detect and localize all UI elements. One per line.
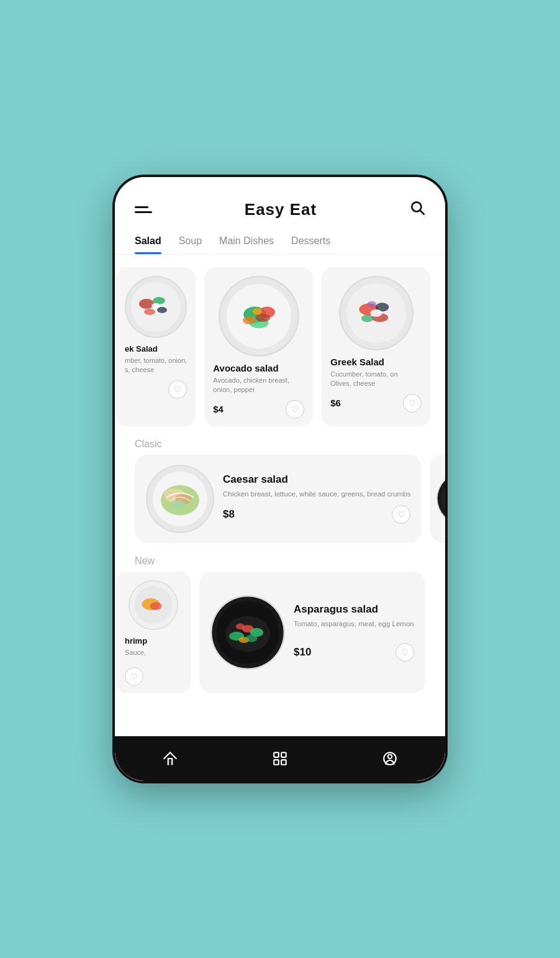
list-item[interactable]: Greek Salad Cucumber, tomato, onOlives, … [322, 267, 430, 426]
dish-desc: Chicken breast, lettuce, white sauce, gr… [223, 489, 410, 499]
dish-desc: Avocado, chicken breast,onion, pepper [213, 376, 289, 395]
dish-name: ek Salad [125, 344, 158, 354]
classic-section-label: Clasic [115, 436, 445, 455]
favorite-button[interactable]: ♡ [125, 667, 143, 686]
scan-button[interactable] [268, 746, 292, 771]
tab-salad[interactable]: Salad [135, 229, 161, 254]
dish-desc: Sauce, [125, 648, 146, 657]
dish-price: $10 [294, 646, 311, 659]
favorite-button[interactable]: ♡ [392, 505, 410, 524]
dish-desc: Tomato, asparagus, meat, egg Lemon [294, 619, 414, 629]
bottom-navigation [115, 736, 445, 781]
dish-name: Avocado salad [213, 363, 278, 373]
svg-point-39 [150, 602, 161, 610]
list-item[interactable]: hrimp Sauce, ♡ [116, 572, 191, 693]
dish-price: $4 [213, 404, 224, 414]
list-item[interactable]: Avocado salad Avocado, chicken breast,on… [204, 267, 313, 426]
svg-point-30 [172, 500, 186, 508]
svg-point-6 [157, 307, 167, 313]
header: Easy Eat [115, 177, 445, 229]
svg-rect-52 [274, 760, 279, 765]
dish-price: $6 [330, 398, 341, 408]
favorite-button[interactable]: ♡ [168, 380, 187, 399]
svg-rect-51 [281, 752, 286, 757]
svg-point-23 [370, 309, 382, 317]
dish-desc: mber, tomato, onion,s, cheese [125, 356, 187, 375]
tab-main-dishes[interactable]: Main Dishes [219, 229, 274, 254]
profile-button[interactable] [377, 746, 402, 771]
svg-point-24 [367, 301, 376, 308]
new-section-label: New [115, 553, 445, 572]
dish-price: $8 [223, 508, 235, 521]
classic-section: Caesar salad Chicken breast, lettuce, wh… [115, 455, 445, 553]
category-tabs: Salad Soup Main Dishes Desserts [115, 229, 445, 255]
list-item[interactable]: ek Salad mber, tomato, onion,s, cheese ♡ [116, 267, 196, 426]
favorite-button[interactable]: ♡ [286, 400, 304, 419]
svg-point-4 [139, 299, 154, 309]
new-section: hrimp Sauce, ♡ [115, 572, 445, 703]
svg-point-7 [144, 309, 155, 315]
svg-point-8 [151, 303, 160, 308]
tab-soup[interactable]: Soup [179, 229, 202, 254]
svg-rect-50 [274, 752, 279, 757]
favorite-button[interactable]: ♡ [395, 643, 414, 662]
menu-button[interactable] [135, 206, 152, 213]
tab-desserts[interactable]: Desserts [291, 229, 330, 254]
dish-desc: Cucumber, tomato, onOlives, cheese [330, 370, 397, 389]
svg-line-1 [420, 211, 424, 214]
svg-point-15 [256, 314, 270, 322]
search-button[interactable] [409, 199, 425, 219]
dish-name: Greek Salad [330, 357, 384, 367]
svg-point-22 [361, 314, 373, 322]
phone-frame: Easy Eat Salad Soup Main Dishes Desserts [112, 175, 448, 783]
svg-point-16 [252, 308, 262, 314]
favorite-button[interactable]: ♡ [403, 394, 422, 413]
svg-point-47 [245, 635, 257, 642]
app-title: Easy Eat [245, 200, 317, 219]
svg-point-48 [236, 624, 245, 630]
featured-section: ek Salad mber, tomato, onion,s, cheese ♡ [115, 255, 445, 436]
home-button[interactable] [158, 746, 183, 771]
svg-point-14 [243, 316, 256, 324]
svg-rect-49 [168, 759, 172, 765]
list-item[interactable]: Caesar salad Chicken breast, lettuce, wh… [135, 455, 422, 543]
dish-name: hrimp [125, 636, 147, 646]
list-item[interactable] [430, 455, 445, 543]
svg-point-55 [388, 755, 392, 759]
svg-rect-53 [281, 760, 286, 765]
dish-name: Caesar salad [223, 473, 410, 486]
list-item[interactable]: Asparagus salad Tomato, asparagus, meat,… [199, 572, 425, 693]
main-content: ek Salad mber, tomato, onion,s, cheese ♡ [115, 255, 445, 736]
dish-name: Asparagus salad [294, 603, 414, 616]
